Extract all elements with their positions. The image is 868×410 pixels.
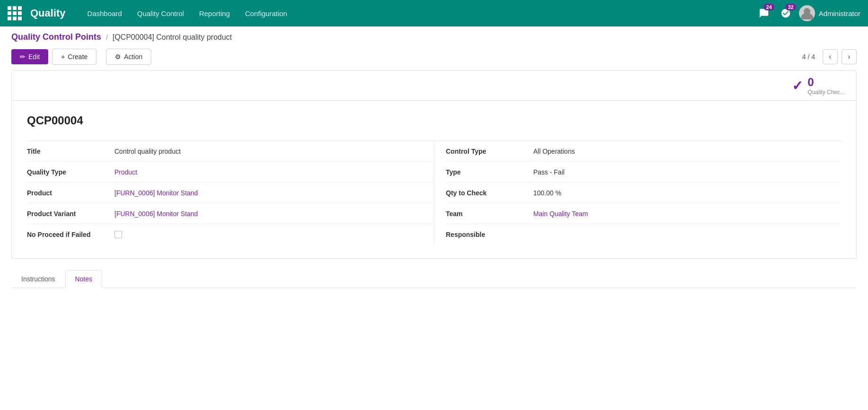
responsible-label: Responsible: [446, 231, 533, 238]
breadcrumb: Quality Control Points / [QCP00004] Cont…: [0, 26, 868, 45]
breadcrumb-current: [QCP00004] Control quality product: [113, 33, 232, 41]
product-variant-value[interactable]: [FURN_0006] Monitor Stand: [114, 210, 198, 218]
messages-count: 24: [764, 4, 774, 10]
toolbar: ✏ Edit + Create ⚙ Action 4 / 4 ‹ ›: [0, 45, 868, 70]
apps-grid-icon[interactable]: [8, 6, 22, 20]
field-team: Team Main Quality Team: [446, 203, 841, 224]
no-proceed-checkbox[interactable]: [114, 231, 122, 238]
tab-instructions[interactable]: Instructions: [11, 270, 65, 288]
no-proceed-label: No Proceed if Failed: [27, 231, 114, 238]
activities-button[interactable]: 32: [777, 5, 794, 22]
field-qty: Qty to Check 100.00 %: [446, 183, 841, 203]
field-no-proceed: No Proceed if Failed: [27, 224, 434, 245]
nav-quality-control[interactable]: Quality Control: [130, 7, 191, 20]
tabs-bar: Instructions Notes: [11, 270, 857, 288]
next-page-button[interactable]: ›: [842, 49, 857, 64]
user-name: Administrator: [819, 9, 860, 17]
pagination-info: 4 / 4: [802, 53, 815, 61]
qty-value: 100.00 %: [533, 189, 561, 197]
field-quality-type: Quality Type Product: [27, 162, 434, 183]
record-id: QCP00004: [27, 114, 841, 127]
field-product-variant: Product Variant [FURN_0006] Monitor Stan…: [27, 203, 434, 224]
quality-checks-label: Quality Chec...: [807, 89, 845, 96]
prev-page-button[interactable]: ‹: [823, 49, 838, 64]
product-value[interactable]: [FURN_0006] Monitor Stand: [114, 189, 198, 197]
top-navigation: Quality Dashboard Quality Control Report…: [0, 0, 868, 26]
nav-reporting[interactable]: Reporting: [192, 7, 236, 20]
activities-count: 32: [785, 4, 796, 10]
field-type: Type Pass - Fail: [446, 162, 841, 183]
product-variant-label: Product Variant: [27, 210, 114, 218]
tab-notes[interactable]: Notes: [65, 270, 103, 288]
form-col-left: Title Control quality product Quality Ty…: [27, 141, 434, 245]
type-label: Type: [446, 168, 533, 176]
action-label: Action: [124, 53, 142, 61]
field-title: Title Control quality product: [27, 141, 434, 162]
title-value: Control quality product: [114, 148, 181, 155]
stat-bar: ✓ 0 Quality Chec...: [11, 70, 857, 101]
control-type-label: Control Type: [446, 148, 533, 155]
create-label: Create: [68, 53, 87, 61]
gear-icon: ⚙: [115, 53, 121, 61]
team-value[interactable]: Main Quality Team: [533, 210, 588, 218]
edit-label: Edit: [28, 53, 40, 61]
quality-checks-stat[interactable]: ✓ 0 Quality Chec...: [792, 76, 845, 96]
create-button[interactable]: + Create: [52, 49, 96, 65]
breadcrumb-parent[interactable]: Quality Control Points: [11, 32, 101, 42]
edit-icon: ✏: [20, 53, 26, 61]
product-label: Product: [27, 189, 114, 197]
team-label: Team: [446, 210, 533, 218]
field-responsible: Responsible: [446, 224, 841, 245]
main-card: QCP00004 Title Control quality product Q…: [11, 101, 857, 259]
quality-type-value[interactable]: Product: [114, 168, 137, 176]
nav-configuration[interactable]: Configuration: [238, 7, 294, 20]
app-brand: Quality: [30, 7, 66, 19]
user-menu[interactable]: Administrator: [799, 5, 860, 21]
avatar: [799, 5, 815, 21]
nav-dashboard[interactable]: Dashboard: [81, 7, 129, 20]
form-grid: Title Control quality product Quality Ty…: [27, 140, 841, 245]
control-type-value: All Operations: [533, 148, 575, 155]
edit-button[interactable]: ✏ Edit: [11, 49, 48, 64]
field-control-type: Control Type All Operations: [446, 141, 841, 162]
title-label: Title: [27, 148, 114, 155]
quality-type-label: Quality Type: [27, 168, 114, 176]
qty-label: Qty to Check: [446, 189, 533, 197]
action-button[interactable]: ⚙ Action: [106, 49, 151, 65]
topnav-right: 24 32 Administrator: [755, 5, 860, 22]
field-product: Product [FURN_0006] Monitor Stand: [27, 183, 434, 203]
nav-links: Dashboard Quality Control Reporting Conf…: [81, 7, 755, 20]
quality-checks-count: 0: [807, 76, 845, 89]
checkmark-icon: ✓: [792, 78, 803, 94]
type-value: Pass - Fail: [533, 168, 564, 176]
messages-button[interactable]: 24: [755, 5, 773, 22]
plus-icon: +: [61, 53, 65, 61]
form-col-right: Control Type All Operations Type Pass - …: [434, 141, 841, 245]
breadcrumb-separator: /: [106, 33, 108, 41]
